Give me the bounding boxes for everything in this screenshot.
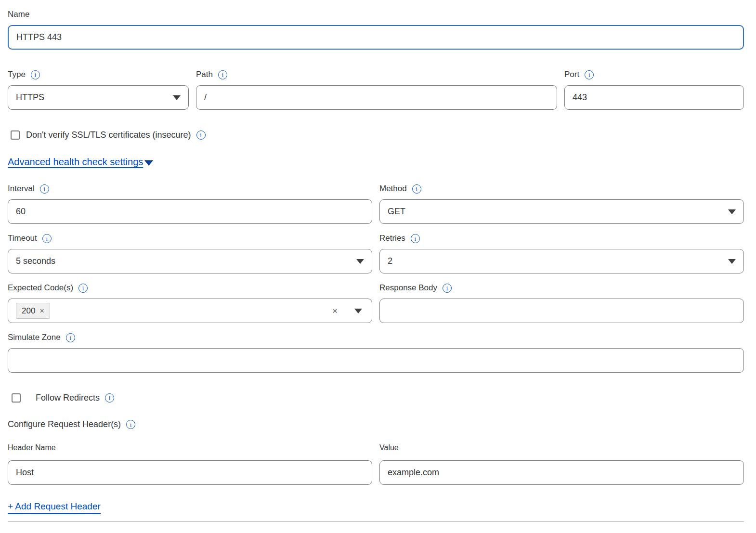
- type-label-text: Type: [8, 70, 26, 79]
- simulate-zone-label: Simulate Zone i: [8, 333, 744, 342]
- port-label: Port i: [564, 70, 744, 79]
- add-request-header-link[interactable]: + Add Request Header: [8, 501, 101, 514]
- header-value-label-text: Value: [379, 443, 399, 452]
- path-input[interactable]: [196, 85, 557, 110]
- type-select-value: HTTPS: [16, 92, 167, 103]
- chevron-down-icon: [144, 160, 153, 166]
- type-label: Type i: [8, 70, 189, 79]
- method-select[interactable]: GET: [379, 199, 744, 224]
- response-body-info-icon[interactable]: i: [443, 284, 452, 293]
- method-info-icon[interactable]: i: [412, 184, 421, 194]
- simulate-zone-info-icon[interactable]: i: [66, 333, 75, 342]
- expected-codes-label-text: Expected Code(s): [8, 283, 73, 293]
- port-info-icon[interactable]: i: [585, 70, 594, 79]
- expected-codes-multiselect[interactable]: 200 × ×: [8, 299, 372, 323]
- ssl-verify-checkbox[interactable]: [11, 130, 20, 140]
- method-label-text: Method: [379, 184, 407, 194]
- header-value-input[interactable]: [379, 460, 744, 485]
- header-name-input[interactable]: [8, 460, 372, 485]
- chevron-down-icon: [728, 209, 736, 214]
- follow-redirects-checkbox-row: Follow Redirects i: [8, 393, 744, 403]
- request-headers-section-title-text: Configure Request Header(s): [8, 419, 121, 429]
- clear-all-icon[interactable]: ×: [332, 306, 338, 316]
- retries-info-icon[interactable]: i: [411, 234, 420, 243]
- follow-redirects-info-icon[interactable]: i: [105, 393, 114, 403]
- timeout-info-icon[interactable]: i: [42, 234, 52, 243]
- follow-redirects-checkbox[interactable]: [12, 393, 21, 403]
- header-value-label: Value: [379, 443, 744, 452]
- response-body-label-text: Response Body: [379, 283, 437, 293]
- chevron-down-icon: [728, 259, 736, 264]
- name-label: Name: [8, 10, 744, 19]
- interval-info-icon[interactable]: i: [40, 184, 49, 194]
- response-body-input[interactable]: [379, 299, 744, 323]
- retries-label-text: Retries: [379, 234, 405, 243]
- simulate-zone-label-text: Simulate Zone: [8, 333, 61, 342]
- timeout-label-text: Timeout: [8, 234, 37, 243]
- chevron-down-icon: [173, 95, 181, 100]
- section-divider: [8, 521, 744, 522]
- response-body-label: Response Body i: [379, 283, 744, 293]
- timeout-select[interactable]: 5 seconds: [8, 249, 372, 273]
- ssl-verify-checkbox-label: Don't verify SSL/TLS certificates (insec…: [26, 130, 191, 140]
- path-label: Path i: [196, 70, 557, 79]
- timeout-select-value: 5 seconds: [16, 256, 351, 266]
- port-label-text: Port: [564, 70, 579, 79]
- advanced-settings-link-text: Advanced health check settings: [8, 156, 143, 168]
- path-label-text: Path: [196, 70, 213, 79]
- type-select[interactable]: HTTPS: [8, 85, 189, 110]
- header-name-label-text: Header Name: [8, 443, 56, 452]
- port-input[interactable]: [564, 85, 744, 110]
- name-input[interactable]: [8, 25, 744, 50]
- follow-redirects-checkbox-label: Follow Redirects: [36, 393, 100, 403]
- ssl-verify-info-icon[interactable]: i: [196, 130, 206, 140]
- path-info-icon[interactable]: i: [218, 70, 227, 79]
- retries-select-value: 2: [388, 256, 722, 266]
- request-header-row: Header Name Value: [8, 443, 744, 485]
- method-label: Method i: [379, 184, 744, 194]
- expected-code-tag-text: 200: [22, 306, 35, 316]
- request-headers-section-title: Configure Request Header(s) i: [8, 419, 744, 429]
- simulate-zone-input[interactable]: [8, 348, 744, 373]
- expected-code-tag: 200 ×: [16, 303, 50, 319]
- type-info-icon[interactable]: i: [31, 70, 40, 79]
- expected-codes-info-icon[interactable]: i: [78, 284, 88, 293]
- name-label-text: Name: [8, 10, 29, 19]
- chevron-down-icon[interactable]: [354, 309, 362, 313]
- timeout-label: Timeout i: [8, 234, 372, 243]
- interval-label-text: Interval: [8, 184, 35, 194]
- retries-label: Retries i: [379, 234, 744, 243]
- interval-input[interactable]: [8, 199, 372, 224]
- request-headers-info-icon[interactable]: i: [126, 420, 135, 429]
- chevron-down-icon: [356, 259, 364, 264]
- health-check-form: Name Type i HTTPS Path i Port i: [0, 0, 756, 533]
- advanced-settings-link[interactable]: Advanced health check settings: [8, 156, 153, 168]
- interval-label: Interval i: [8, 184, 372, 194]
- ssl-verify-checkbox-row: Don't verify SSL/TLS certificates (insec…: [8, 130, 744, 140]
- header-name-label: Header Name: [8, 443, 372, 452]
- method-select-value: GET: [388, 207, 722, 217]
- expected-codes-label: Expected Code(s) i: [8, 283, 372, 293]
- remove-tag-icon[interactable]: ×: [39, 307, 44, 315]
- retries-select[interactable]: 2: [379, 249, 744, 273]
